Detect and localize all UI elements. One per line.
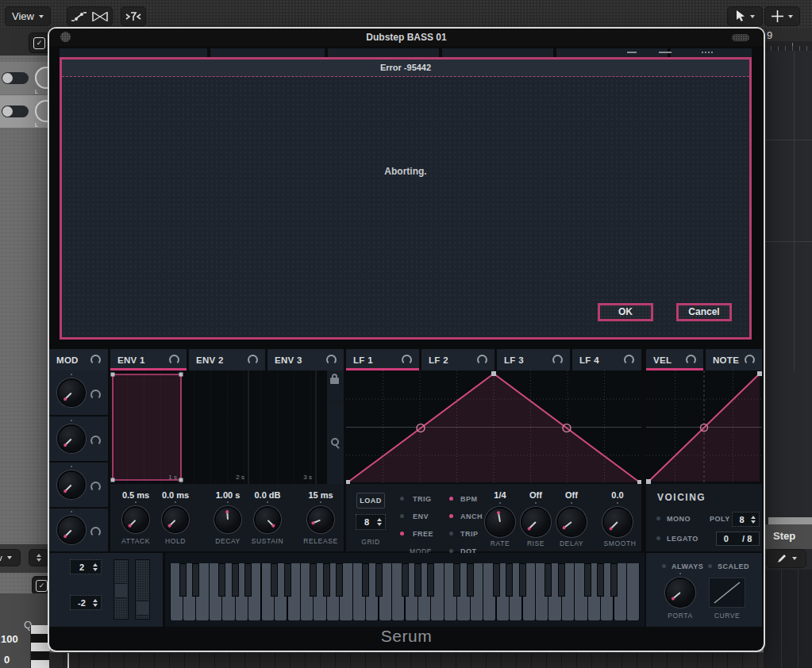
piano-roll-keys-strip[interactable] — [30, 625, 50, 668]
porta-knob[interactable] — [667, 579, 694, 606]
mono-option[interactable]: MONO — [667, 515, 691, 523]
env-dot[interactable] — [400, 514, 404, 518]
anch-dot[interactable] — [449, 514, 453, 518]
always-option[interactable]: ALWAYS — [672, 562, 703, 570]
piano-key-black[interactable] — [467, 563, 474, 597]
mod-curve-icon[interactable] — [90, 436, 101, 446]
tab-lf4[interactable]: LF 4 — [572, 349, 641, 370]
piano-key-black[interactable] — [493, 563, 500, 597]
track-row[interactable]: L — [0, 62, 49, 94]
hold-knob[interactable] — [164, 508, 187, 532]
zoom-stepper-button[interactable] — [29, 549, 49, 566]
mod-amount-knob[interactable] — [59, 380, 84, 405]
piano-key-black[interactable] — [284, 563, 291, 597]
tab-lf1[interactable]: LF 1 — [346, 349, 419, 370]
plugin-titlebar[interactable]: Dubstep BASS 01 — [49, 29, 764, 46]
rise-knob[interactable] — [522, 509, 549, 536]
bpm-option[interactable]: BPM — [460, 495, 478, 503]
trig-option[interactable]: TRIG — [413, 495, 432, 503]
piano-key-black[interactable] — [310, 563, 317, 597]
env-option[interactable]: ENV — [413, 513, 429, 520]
mod-wheel-handle[interactable] — [137, 601, 148, 616]
divider-bar[interactable] — [768, 517, 812, 524]
always-dot[interactable] — [662, 564, 666, 568]
grid-stepper[interactable]: 8 — [356, 514, 386, 530]
pointer-tool-dropdown[interactable] — [727, 6, 763, 26]
piano-key-black[interactable] — [427, 563, 434, 597]
pencil-tool-dropdown[interactable] — [767, 549, 806, 568]
mod-wheel[interactable] — [135, 559, 150, 620]
tab-mod[interactable]: MOD — [49, 349, 108, 370]
lfo-load-button[interactable]: LOAD — [356, 493, 385, 509]
piano-key-black[interactable] — [362, 563, 369, 597]
track-toggle-switch[interactable] — [2, 106, 29, 117]
piano-key-black[interactable] — [218, 563, 225, 597]
mod-amount-knob[interactable] — [59, 472, 84, 497]
tab-env2[interactable]: ENV 2 — [189, 349, 265, 370]
titlebar-pill-toggle[interactable] — [732, 34, 749, 41]
scaled-dot[interactable] — [708, 564, 712, 568]
attack-knob[interactable] — [124, 508, 148, 532]
tab-lf2[interactable]: LF 2 — [421, 349, 495, 370]
view-dropdown[interactable]: View — [5, 6, 51, 26]
piano-key-black[interactable] — [402, 563, 409, 597]
ok-button[interactable]: OK — [598, 303, 653, 321]
piano-key-white[interactable] — [627, 563, 639, 620]
piano-key-black[interactable] — [597, 563, 604, 597]
anch-option[interactable]: ANCH — [460, 513, 483, 520]
legato-option[interactable]: LEGATO — [667, 535, 698, 543]
mode-dropdown[interactable]: v — [0, 549, 21, 566]
track-row-selected[interactable]: L — [0, 95, 49, 128]
pitch-wheel-handle[interactable] — [115, 583, 127, 598]
lfo-display[interactable] — [346, 370, 641, 484]
decay-knob[interactable] — [216, 508, 240, 532]
release-knob[interactable] — [309, 508, 333, 532]
rate-knob[interactable] — [487, 509, 514, 536]
sustain-knob[interactable] — [256, 508, 279, 532]
piano-key-black[interactable] — [453, 563, 460, 597]
catch-playhead-button[interactable] — [121, 6, 146, 26]
track-toggle-switch[interactable] — [2, 72, 29, 84]
mod-amount-knob[interactable] — [59, 426, 84, 451]
mod-amount-knob[interactable] — [59, 517, 84, 543]
mod-curve-icon[interactable] — [90, 527, 101, 537]
zoom-button[interactable] — [327, 403, 344, 484]
piano-key-black[interactable] — [545, 563, 552, 597]
piano-key-black[interactable] — [336, 563, 343, 597]
trip-dot[interactable] — [449, 532, 453, 536]
tab-env3[interactable]: ENV 3 — [267, 349, 344, 370]
free-dot[interactable] — [400, 532, 404, 536]
tab-env1[interactable]: ENV 1 — [110, 349, 187, 370]
playhead-line[interactable] — [67, 653, 69, 668]
piano-key-black[interactable] — [179, 563, 187, 597]
ruler-bar[interactable]: 9 — [764, 29, 812, 41]
trig-dot[interactable] — [400, 497, 404, 501]
lock-button[interactable] — [327, 370, 344, 401]
piano-key-black[interactable] — [506, 563, 513, 597]
checkbox-button[interactable]: ✓ — [29, 33, 50, 53]
piano-key-black[interactable] — [271, 563, 278, 597]
mod-curve-icon[interactable] — [90, 482, 101, 492]
smooth-knob[interactable] — [604, 509, 631, 536]
automation-crossfade-tools[interactable] — [67, 6, 113, 26]
piano-key-black[interactable] — [375, 563, 383, 597]
poly-stepper[interactable]: 8 — [732, 512, 760, 527]
velocity-display[interactable] — [646, 370, 762, 484]
mod-curve-icon[interactable] — [90, 390, 101, 400]
free-option[interactable]: FREE — [413, 530, 433, 538]
piano-key-black[interactable] — [414, 563, 421, 597]
piano-key-black[interactable] — [610, 563, 618, 597]
trip-option[interactable]: TRIP — [460, 530, 479, 538]
bpm-dot[interactable] — [449, 497, 453, 501]
delay-knob[interactable] — [558, 509, 585, 536]
tab-note[interactable]: NOTE — [706, 349, 762, 370]
piano-key-black[interactable] — [323, 563, 330, 597]
piano-key-black[interactable] — [244, 563, 252, 597]
piano-keyboard[interactable] — [170, 563, 640, 620]
octave-down-stepper[interactable]: -2 — [70, 595, 102, 610]
tab-vel[interactable]: VEL — [646, 349, 703, 370]
curve-display[interactable] — [709, 578, 745, 608]
pitch-wheel[interactable] — [114, 559, 129, 620]
tab-lf3[interactable]: LF 3 — [497, 349, 570, 370]
mono-dot[interactable] — [656, 516, 660, 520]
